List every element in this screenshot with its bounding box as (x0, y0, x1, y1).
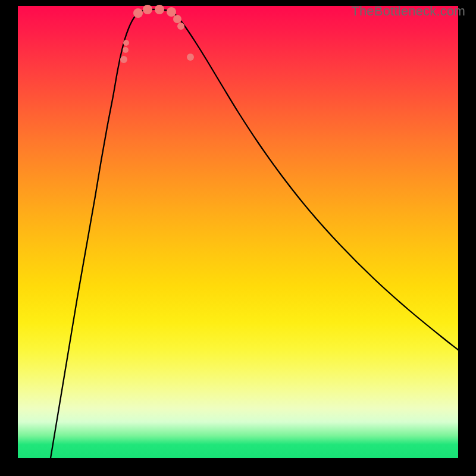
highlight-dot (167, 7, 176, 17)
highlight-dot (133, 8, 143, 18)
highlight-dot (155, 5, 164, 14)
curve-layer (18, 6, 458, 458)
highlight-dot (187, 54, 194, 61)
curve-right-branch (173, 12, 458, 350)
highlight-dot (120, 56, 127, 63)
highlight-dot (143, 5, 152, 14)
highlight-dot (177, 23, 184, 30)
highlight-dot (123, 47, 129, 53)
highlight-dot (173, 15, 181, 23)
curve-left-branch (51, 12, 139, 458)
highlight-dots (120, 5, 194, 63)
highlight-dot (123, 40, 129, 46)
